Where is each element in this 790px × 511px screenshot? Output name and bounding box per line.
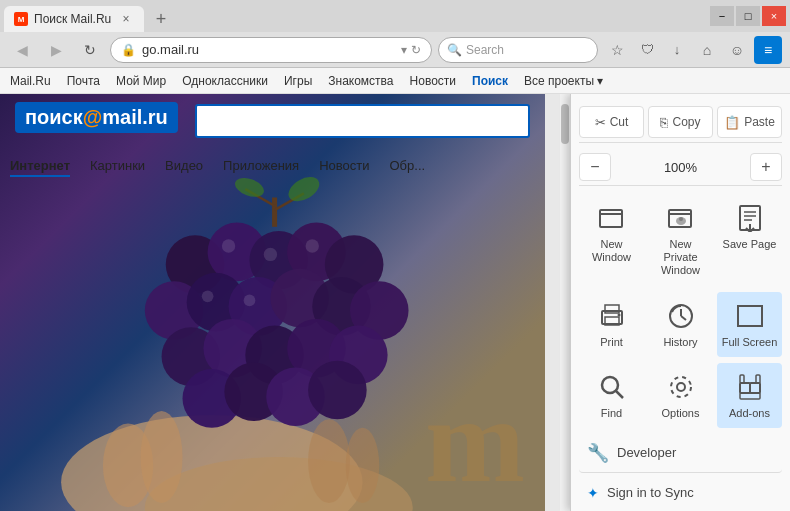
subnav-video[interactable]: Видео [165, 158, 203, 177]
options-button[interactable]: Options [648, 363, 713, 428]
full-screen-icon [734, 300, 766, 332]
zoom-out-button[interactable]: − [579, 153, 611, 181]
scroll-thumb[interactable] [561, 104, 569, 144]
search-icon: 🔍 [447, 43, 462, 57]
menu-grid-bottom: Print History [579, 292, 782, 357]
find-button[interactable]: Find [579, 363, 644, 428]
addons-button[interactable]: Add-ons [717, 363, 782, 428]
tab-favicon: M [14, 12, 28, 26]
edit-actions-row: ✂ Cut ⎘ Copy 📋 Paste [579, 102, 782, 143]
save-page-button[interactable]: Save Page [717, 194, 782, 286]
search-box[interactable]: 🔍 Search [438, 37, 598, 63]
svg-point-57 [677, 383, 685, 391]
hamburger-icon: ≡ [764, 42, 772, 58]
svg-rect-62 [756, 375, 760, 383]
subnav-prilozhenia[interactable]: Приложения [223, 158, 299, 177]
subnav-kartinki[interactable]: Картинки [90, 158, 145, 177]
svg-rect-61 [740, 375, 744, 383]
scrollbar[interactable] [560, 94, 570, 511]
nav-moimir[interactable]: Мой Мир [116, 74, 166, 88]
new-private-window-label: New Private Window [652, 238, 709, 278]
full-screen-label: Full Screen [722, 336, 778, 349]
home-icon[interactable]: ⌂ [694, 37, 720, 63]
nav-poisk[interactable]: Поиск [472, 74, 508, 88]
paste-label: Paste [744, 115, 775, 129]
new-window-button[interactable]: New Window [579, 194, 644, 286]
print-icon [596, 300, 628, 332]
paste-button[interactable]: 📋 Paste [717, 106, 782, 138]
menu-grid-third: Find Options [579, 363, 782, 428]
print-label: Print [600, 336, 623, 349]
sign-in-label: Sign in to Sync [607, 485, 694, 500]
search-input-field[interactable] [195, 104, 530, 138]
refresh-button[interactable]: ↻ [76, 36, 104, 64]
nav-all-projects[interactable]: Все проекты ▾ [524, 74, 603, 88]
site-navigation: Mail.Ru Почта Мой Мир Одноклассники Игры… [0, 68, 790, 94]
nav-novosti[interactable]: Новости [410, 74, 456, 88]
cut-icon: ✂ [595, 115, 606, 130]
maximize-button[interactable]: □ [736, 6, 760, 26]
cut-button[interactable]: ✂ Cut [579, 106, 644, 138]
nav-pochta[interactable]: Почта [67, 74, 100, 88]
lock-icon: 🔒 [121, 43, 136, 57]
svg-point-27 [264, 248, 277, 261]
new-private-window-button[interactable]: New Private Window [648, 194, 713, 286]
sign-in-button[interactable]: ✦ Sign in to Sync [579, 479, 782, 507]
find-label: Find [601, 407, 622, 420]
nav-mailru[interactable]: Mail.Ru [10, 74, 51, 88]
subnav-obr[interactable]: Обр... [389, 158, 425, 177]
subnav-novosti[interactable]: Новости [319, 158, 369, 177]
close-button[interactable]: × [762, 6, 786, 26]
url-icons: ▾ ↻ [401, 43, 421, 57]
firefox-menu: ✂ Cut ⎘ Copy 📋 Paste − 100% + [570, 94, 790, 511]
tab-close-button[interactable]: × [118, 11, 134, 27]
site-logo-area: поиск@mail.ru [15, 102, 178, 133]
svg-rect-36 [600, 210, 622, 227]
svg-rect-60 [750, 383, 760, 393]
full-screen-button[interactable]: Full Screen [717, 292, 782, 357]
svg-point-3 [141, 411, 183, 503]
zoom-row: − 100% + [579, 149, 782, 186]
sub-navigation: Интернет Картинки Видео Приложения Новос… [0, 152, 545, 183]
history-button[interactable]: History [648, 292, 713, 357]
copy-button[interactable]: ⎘ Copy [648, 106, 713, 138]
sync-icon: ✦ [587, 485, 599, 501]
subnav-internet[interactable]: Интернет [10, 158, 70, 177]
svg-point-28 [306, 239, 319, 252]
nav-odnoklassniki[interactable]: Одноклассники [182, 74, 268, 88]
nav-znakomstva[interactable]: Знакомства [328, 74, 393, 88]
developer-button[interactable]: 🔧 Developer [579, 434, 782, 473]
download-icon[interactable]: ↓ [664, 37, 690, 63]
star-icon: ▾ [401, 43, 407, 57]
svg-point-29 [202, 290, 214, 302]
print-button[interactable]: Print [579, 292, 644, 357]
developer-icon: 🔧 [587, 442, 609, 464]
svg-rect-54 [738, 306, 762, 326]
back-button[interactable]: ◀ [8, 36, 36, 64]
paste-icon: 📋 [724, 115, 740, 130]
options-icon [665, 371, 697, 403]
site-logo: поиск@mail.ru [15, 102, 178, 133]
firefox-menu-button[interactable]: ≡ [754, 36, 782, 64]
addons-label: Add-ons [729, 407, 770, 420]
url-bar[interactable]: 🔒 go.mail.ru ▾ ↻ [110, 37, 432, 63]
minimize-button[interactable]: − [710, 6, 734, 26]
active-tab[interactable]: M Поиск Mail.Ru × [4, 6, 144, 32]
refresh-small-icon: ↻ [411, 43, 421, 57]
copy-label: Copy [672, 115, 700, 129]
new-tab-button[interactable]: + [148, 6, 174, 32]
save-page-label: Save Page [723, 238, 777, 251]
cut-label: Cut [610, 115, 629, 129]
shield-icon: 🛡 [634, 37, 660, 63]
copy-icon: ⎘ [660, 115, 668, 130]
svg-point-5 [346, 428, 379, 503]
addons-icon [734, 371, 766, 403]
zoom-in-button[interactable]: + [750, 153, 782, 181]
forward-button[interactable]: ▶ [42, 36, 70, 64]
smiley-icon[interactable]: ☺ [724, 37, 750, 63]
svg-point-58 [671, 377, 691, 397]
nav-igry[interactable]: Игры [284, 74, 312, 88]
svg-line-53 [681, 316, 686, 320]
bookmark-icon[interactable]: ☆ [604, 37, 630, 63]
svg-point-55 [602, 377, 618, 393]
